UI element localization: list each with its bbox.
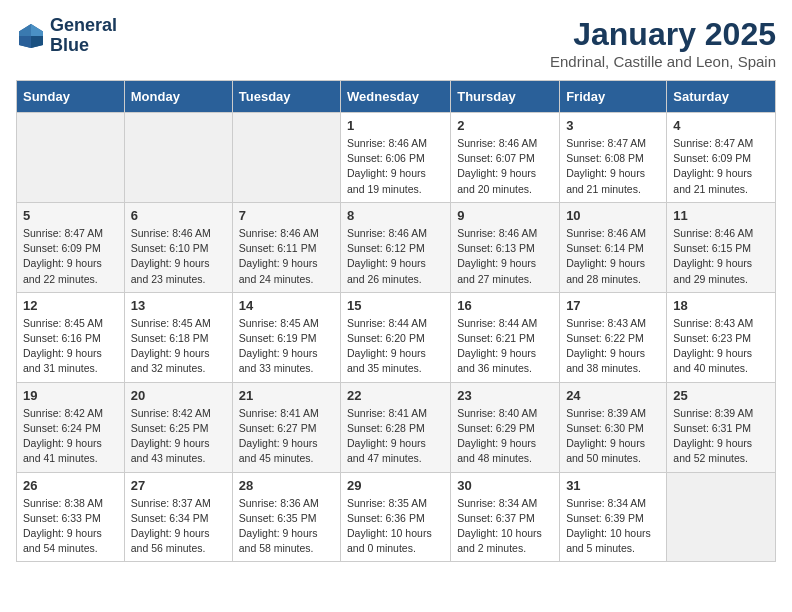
day-info: Sunrise: 8:46 AM Sunset: 6:13 PM Dayligh…: [457, 226, 553, 287]
calendar-cell: 6Sunrise: 8:46 AM Sunset: 6:10 PM Daylig…: [124, 202, 232, 292]
weekday-header-sunday: Sunday: [17, 81, 125, 113]
day-number: 15: [347, 298, 444, 313]
day-number: 6: [131, 208, 226, 223]
day-number: 31: [566, 478, 660, 493]
calendar-cell: [17, 113, 125, 203]
day-info: Sunrise: 8:34 AM Sunset: 6:39 PM Dayligh…: [566, 496, 660, 557]
day-info: Sunrise: 8:45 AM Sunset: 6:19 PM Dayligh…: [239, 316, 334, 377]
calendar-cell: 12Sunrise: 8:45 AM Sunset: 6:16 PM Dayli…: [17, 292, 125, 382]
calendar-cell: [232, 113, 340, 203]
calendar-cell: 4Sunrise: 8:47 AM Sunset: 6:09 PM Daylig…: [667, 113, 776, 203]
day-info: Sunrise: 8:47 AM Sunset: 6:09 PM Dayligh…: [673, 136, 769, 197]
calendar-cell: 21Sunrise: 8:41 AM Sunset: 6:27 PM Dayli…: [232, 382, 340, 472]
calendar-cell: 26Sunrise: 8:38 AM Sunset: 6:33 PM Dayli…: [17, 472, 125, 562]
day-info: Sunrise: 8:41 AM Sunset: 6:28 PM Dayligh…: [347, 406, 444, 467]
weekday-header-tuesday: Tuesday: [232, 81, 340, 113]
day-info: Sunrise: 8:43 AM Sunset: 6:22 PM Dayligh…: [566, 316, 660, 377]
day-number: 21: [239, 388, 334, 403]
day-info: Sunrise: 8:46 AM Sunset: 6:11 PM Dayligh…: [239, 226, 334, 287]
calendar-cell: 19Sunrise: 8:42 AM Sunset: 6:24 PM Dayli…: [17, 382, 125, 472]
day-number: 30: [457, 478, 553, 493]
day-info: Sunrise: 8:46 AM Sunset: 6:07 PM Dayligh…: [457, 136, 553, 197]
day-number: 26: [23, 478, 118, 493]
day-number: 20: [131, 388, 226, 403]
calendar-cell: 15Sunrise: 8:44 AM Sunset: 6:20 PM Dayli…: [341, 292, 451, 382]
svg-marker-4: [19, 36, 31, 48]
day-info: Sunrise: 8:42 AM Sunset: 6:24 PM Dayligh…: [23, 406, 118, 467]
day-number: 13: [131, 298, 226, 313]
calendar-cell: 16Sunrise: 8:44 AM Sunset: 6:21 PM Dayli…: [451, 292, 560, 382]
calendar-cell: 31Sunrise: 8:34 AM Sunset: 6:39 PM Dayli…: [560, 472, 667, 562]
day-number: 29: [347, 478, 444, 493]
calendar-cell: 13Sunrise: 8:45 AM Sunset: 6:18 PM Dayli…: [124, 292, 232, 382]
day-info: Sunrise: 8:41 AM Sunset: 6:27 PM Dayligh…: [239, 406, 334, 467]
calendar-cell: 27Sunrise: 8:37 AM Sunset: 6:34 PM Dayli…: [124, 472, 232, 562]
day-number: 25: [673, 388, 769, 403]
day-number: 28: [239, 478, 334, 493]
day-number: 5: [23, 208, 118, 223]
day-info: Sunrise: 8:40 AM Sunset: 6:29 PM Dayligh…: [457, 406, 553, 467]
day-number: 3: [566, 118, 660, 133]
day-info: Sunrise: 8:45 AM Sunset: 6:16 PM Dayligh…: [23, 316, 118, 377]
calendar-cell: 7Sunrise: 8:46 AM Sunset: 6:11 PM Daylig…: [232, 202, 340, 292]
calendar-table: SundayMondayTuesdayWednesdayThursdayFrid…: [16, 80, 776, 562]
day-info: Sunrise: 8:34 AM Sunset: 6:37 PM Dayligh…: [457, 496, 553, 557]
day-info: Sunrise: 8:46 AM Sunset: 6:10 PM Dayligh…: [131, 226, 226, 287]
title-area: January 2025 Endrinal, Castille and Leon…: [550, 16, 776, 70]
weekday-header-wednesday: Wednesday: [341, 81, 451, 113]
svg-marker-2: [31, 36, 43, 48]
calendar-week-row: 1Sunrise: 8:46 AM Sunset: 6:06 PM Daylig…: [17, 113, 776, 203]
weekday-header-friday: Friday: [560, 81, 667, 113]
calendar-cell: [124, 113, 232, 203]
calendar-cell: 2Sunrise: 8:46 AM Sunset: 6:07 PM Daylig…: [451, 113, 560, 203]
header: General Blue January 2025 Endrinal, Cast…: [16, 16, 776, 70]
day-info: Sunrise: 8:36 AM Sunset: 6:35 PM Dayligh…: [239, 496, 334, 557]
calendar-cell: 10Sunrise: 8:46 AM Sunset: 6:14 PM Dayli…: [560, 202, 667, 292]
calendar-cell: 24Sunrise: 8:39 AM Sunset: 6:30 PM Dayli…: [560, 382, 667, 472]
day-number: 22: [347, 388, 444, 403]
day-info: Sunrise: 8:43 AM Sunset: 6:23 PM Dayligh…: [673, 316, 769, 377]
calendar-cell: 18Sunrise: 8:43 AM Sunset: 6:23 PM Dayli…: [667, 292, 776, 382]
day-info: Sunrise: 8:46 AM Sunset: 6:06 PM Dayligh…: [347, 136, 444, 197]
day-number: 2: [457, 118, 553, 133]
logo-icon: [16, 21, 46, 51]
day-number: 7: [239, 208, 334, 223]
svg-marker-1: [31, 24, 43, 36]
day-info: Sunrise: 8:47 AM Sunset: 6:08 PM Dayligh…: [566, 136, 660, 197]
svg-marker-3: [19, 24, 31, 36]
day-number: 14: [239, 298, 334, 313]
calendar-cell: [667, 472, 776, 562]
logo: General Blue: [16, 16, 117, 56]
calendar-cell: 25Sunrise: 8:39 AM Sunset: 6:31 PM Dayli…: [667, 382, 776, 472]
day-info: Sunrise: 8:47 AM Sunset: 6:09 PM Dayligh…: [23, 226, 118, 287]
calendar-cell: 5Sunrise: 8:47 AM Sunset: 6:09 PM Daylig…: [17, 202, 125, 292]
calendar-cell: 28Sunrise: 8:36 AM Sunset: 6:35 PM Dayli…: [232, 472, 340, 562]
calendar-cell: 17Sunrise: 8:43 AM Sunset: 6:22 PM Dayli…: [560, 292, 667, 382]
calendar-cell: 1Sunrise: 8:46 AM Sunset: 6:06 PM Daylig…: [341, 113, 451, 203]
weekday-header-row: SundayMondayTuesdayWednesdayThursdayFrid…: [17, 81, 776, 113]
day-info: Sunrise: 8:45 AM Sunset: 6:18 PM Dayligh…: [131, 316, 226, 377]
day-number: 23: [457, 388, 553, 403]
day-number: 17: [566, 298, 660, 313]
calendar-week-row: 26Sunrise: 8:38 AM Sunset: 6:33 PM Dayli…: [17, 472, 776, 562]
calendar-cell: 20Sunrise: 8:42 AM Sunset: 6:25 PM Dayli…: [124, 382, 232, 472]
day-info: Sunrise: 8:46 AM Sunset: 6:12 PM Dayligh…: [347, 226, 444, 287]
location-title: Endrinal, Castille and Leon, Spain: [550, 53, 776, 70]
day-number: 11: [673, 208, 769, 223]
day-info: Sunrise: 8:44 AM Sunset: 6:21 PM Dayligh…: [457, 316, 553, 377]
day-info: Sunrise: 8:37 AM Sunset: 6:34 PM Dayligh…: [131, 496, 226, 557]
day-info: Sunrise: 8:35 AM Sunset: 6:36 PM Dayligh…: [347, 496, 444, 557]
day-info: Sunrise: 8:44 AM Sunset: 6:20 PM Dayligh…: [347, 316, 444, 377]
calendar-cell: 22Sunrise: 8:41 AM Sunset: 6:28 PM Dayli…: [341, 382, 451, 472]
day-number: 16: [457, 298, 553, 313]
calendar-cell: 14Sunrise: 8:45 AM Sunset: 6:19 PM Dayli…: [232, 292, 340, 382]
day-info: Sunrise: 8:46 AM Sunset: 6:14 PM Dayligh…: [566, 226, 660, 287]
day-number: 4: [673, 118, 769, 133]
day-number: 12: [23, 298, 118, 313]
day-number: 24: [566, 388, 660, 403]
month-title: January 2025: [550, 16, 776, 53]
calendar-cell: 30Sunrise: 8:34 AM Sunset: 6:37 PM Dayli…: [451, 472, 560, 562]
day-number: 10: [566, 208, 660, 223]
calendar-week-row: 12Sunrise: 8:45 AM Sunset: 6:16 PM Dayli…: [17, 292, 776, 382]
calendar-cell: 23Sunrise: 8:40 AM Sunset: 6:29 PM Dayli…: [451, 382, 560, 472]
